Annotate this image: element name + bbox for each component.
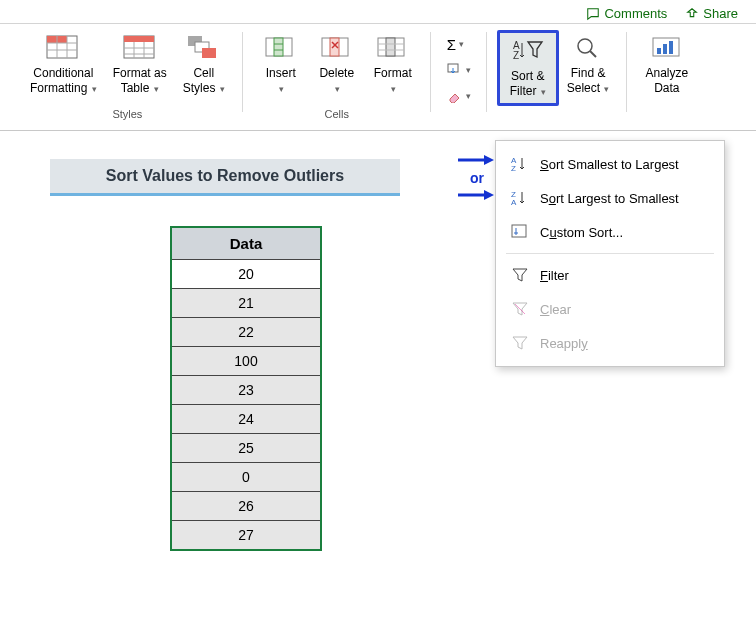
- fill-down-icon: [447, 63, 463, 77]
- sort-descending-item[interactable]: ZA Sort Largest to Smallest: [496, 181, 724, 215]
- cell-styles-button[interactable]: CellStyles ▾: [175, 30, 233, 106]
- delete-button[interactable]: Delete▾: [309, 30, 365, 106]
- sort-filter-icon: AZ: [511, 37, 545, 65]
- analyze-icon: [650, 35, 684, 61]
- data-cell[interactable]: 21: [171, 289, 321, 318]
- chevron-down-icon: ▾: [604, 84, 609, 94]
- sort-desc-icon: ZA: [510, 189, 530, 207]
- data-cell[interactable]: 20: [171, 260, 321, 289]
- table-row[interactable]: 26: [171, 492, 321, 521]
- chevron-down-icon: ▾: [220, 84, 225, 94]
- conditional-formatting-icon: [46, 35, 80, 61]
- sigma-icon: Σ: [447, 36, 456, 53]
- sort-asc-icon: AZ: [510, 155, 530, 173]
- data-cell[interactable]: 25: [171, 434, 321, 463]
- svg-rect-36: [669, 41, 673, 54]
- or-label: or: [470, 170, 484, 186]
- insert-button[interactable]: Insert▾: [253, 30, 309, 106]
- share-icon: [685, 7, 699, 21]
- chevron-down-icon: ▾: [541, 87, 546, 97]
- table-row[interactable]: 100: [171, 347, 321, 376]
- data-cell[interactable]: 27: [171, 521, 321, 551]
- clear-label: Clear: [540, 302, 571, 317]
- data-cell[interactable]: 0: [171, 463, 321, 492]
- fill-button[interactable]: ▾: [447, 60, 471, 80]
- filter-item[interactable]: Filter: [496, 258, 724, 292]
- data-cell[interactable]: 23: [171, 376, 321, 405]
- table-row[interactable]: 25: [171, 434, 321, 463]
- clear-filter-icon: [510, 300, 530, 318]
- svg-text:A: A: [511, 198, 517, 207]
- sort-ascending-item[interactable]: AZ Sort Smallest to Largest: [496, 147, 724, 181]
- conditional-formatting-button[interactable]: ConditionalFormatting ▾: [22, 30, 105, 106]
- table-row[interactable]: 21: [171, 289, 321, 318]
- sort-desc-label: Sort Largest to Smallest: [540, 191, 679, 206]
- svg-line-42: [515, 304, 525, 314]
- ribbon-group-cells: Insert▾ Delete▾ Format▾ Cells: [243, 26, 431, 130]
- svg-point-31: [578, 39, 592, 53]
- data-cell[interactable]: 24: [171, 405, 321, 434]
- find-select-button[interactable]: Find &Select ▾: [559, 30, 618, 106]
- reapply-label: Reapply: [540, 336, 588, 351]
- find-icon: [573, 35, 603, 61]
- sort-filter-button[interactable]: AZ Sort &Filter ▾: [497, 30, 559, 106]
- table-row[interactable]: 23: [171, 376, 321, 405]
- styles-group-label: Styles: [112, 106, 142, 124]
- sort-filter-dropdown: AZ Sort Smallest to Largest ZA Sort Larg…: [495, 140, 725, 367]
- comments-button[interactable]: Comments: [586, 6, 667, 21]
- comments-label: Comments: [604, 6, 667, 21]
- format-as-table-icon: [123, 35, 157, 61]
- autosum-button[interactable]: Σ▾: [447, 34, 471, 54]
- svg-rect-15: [202, 48, 216, 58]
- custom-sort-icon: [510, 223, 530, 241]
- filter-label: Filter: [540, 268, 569, 283]
- table-row[interactable]: 27: [171, 521, 321, 551]
- comment-icon: [586, 7, 600, 21]
- chevron-down-icon: ▾: [154, 84, 159, 94]
- chevron-down-icon: ▾: [92, 84, 97, 94]
- sort-asc-label: Sort Smallest to Largest: [540, 157, 679, 172]
- svg-rect-34: [657, 48, 661, 54]
- table-row[interactable]: 0: [171, 463, 321, 492]
- svg-line-32: [590, 51, 596, 57]
- svg-text:Z: Z: [511, 164, 516, 173]
- data-cell[interactable]: 100: [171, 347, 321, 376]
- svg-rect-41: [512, 225, 526, 237]
- delete-cells-icon: [320, 35, 354, 61]
- svg-marker-44: [484, 155, 494, 165]
- chevron-down-icon: ▾: [335, 84, 340, 94]
- sheet-title: Sort Values to Remove Outliers: [50, 159, 400, 196]
- clear-button[interactable]: ▾: [447, 86, 471, 106]
- svg-marker-46: [484, 190, 494, 200]
- insert-cells-icon: [264, 35, 298, 61]
- svg-rect-25: [386, 38, 395, 56]
- chevron-down-icon: ▾: [466, 65, 471, 75]
- svg-rect-1: [47, 36, 57, 43]
- custom-sort-label: Custom Sort...: [540, 225, 623, 240]
- clear-item: Clear: [496, 292, 724, 326]
- chevron-down-icon: ▾: [466, 91, 471, 101]
- ribbon-group-editing: AZ Sort &Filter ▾ Find &Select ▾: [487, 26, 628, 130]
- ribbon-group-shortcuts: Σ▾ ▾ ▾: [431, 26, 487, 130]
- ribbon: ConditionalFormatting ▾ Format asTable ▾…: [0, 24, 756, 131]
- format-as-table-button[interactable]: Format asTable ▾: [105, 30, 175, 106]
- share-label: Share: [703, 6, 738, 21]
- format-button[interactable]: Format▾: [365, 30, 421, 106]
- share-button[interactable]: Share: [685, 6, 738, 21]
- data-cell[interactable]: 22: [171, 318, 321, 347]
- analyze-data-button[interactable]: AnalyzeData: [637, 30, 696, 106]
- ribbon-group-analyze: AnalyzeData: [627, 26, 706, 130]
- ribbon-group-styles: ConditionalFormatting ▾ Format asTable ▾…: [12, 26, 243, 130]
- cell-styles-icon: [187, 35, 221, 61]
- eraser-icon: [447, 89, 463, 103]
- table-row[interactable]: 20: [171, 260, 321, 289]
- custom-sort-item[interactable]: Custom Sort...: [496, 215, 724, 249]
- reapply-item: Reapply: [496, 326, 724, 360]
- reapply-icon: [510, 334, 530, 352]
- table-row[interactable]: 22: [171, 318, 321, 347]
- data-table[interactable]: Data 20212210023242502627: [170, 226, 322, 551]
- table-row[interactable]: 24: [171, 405, 321, 434]
- data-cell[interactable]: 26: [171, 492, 321, 521]
- svg-rect-2: [57, 36, 67, 43]
- svg-rect-8: [124, 36, 154, 42]
